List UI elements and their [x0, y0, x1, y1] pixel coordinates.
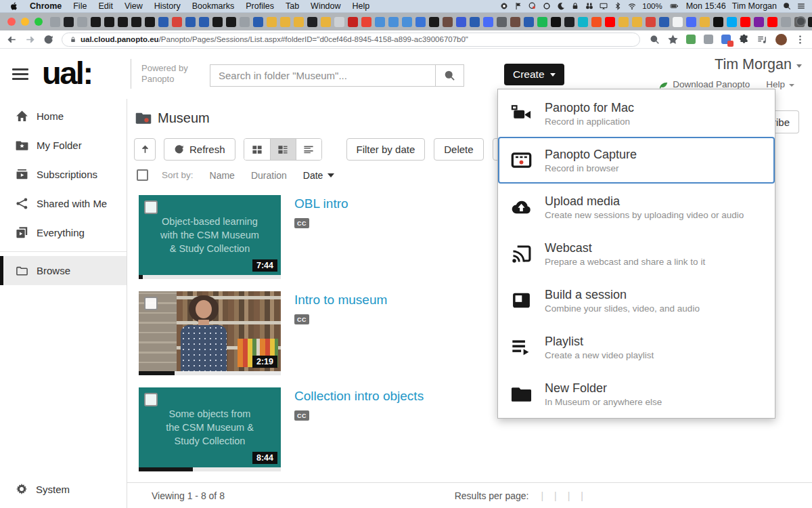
list-view-button[interactable] [270, 139, 296, 160]
tab-favicon[interactable] [740, 17, 750, 27]
grid-view-button[interactable] [244, 139, 270, 160]
create-menu-item-upload-media[interactable]: Upload media Create new sessions by uplo… [498, 184, 775, 230]
results-option-250[interactable] [575, 490, 589, 501]
queue-music-icon[interactable] [757, 35, 767, 45]
video-checkbox[interactable] [144, 393, 158, 406]
extension-icon[interactable] [704, 35, 713, 44]
tab-favicon[interactable] [375, 17, 385, 27]
chrome-avatar[interactable] [775, 34, 787, 45]
tab-favicon[interactable] [280, 17, 290, 27]
tab-favicon[interactable] [64, 17, 74, 27]
create-menu-item-panopto-capture[interactable]: Panopto Capture Record in browser [498, 137, 775, 184]
binoculars-icon[interactable] [585, 2, 593, 10]
browser-profile-icon[interactable] [796, 16, 806, 26]
results-option-25[interactable] [535, 490, 549, 501]
notification-center-icon[interactable] [797, 2, 805, 10]
video-thumbnail[interactable]: Object-based learning with the CSM Museu… [139, 195, 281, 279]
tab-favicon[interactable] [212, 17, 223, 27]
filter-by-date-button[interactable]: Filter by date [346, 138, 426, 161]
select-all-checkbox[interactable] [137, 169, 148, 181]
menubar-clock[interactable]: Mon 15:46 [686, 1, 726, 11]
tab-favicon[interactable] [713, 17, 723, 27]
tab-favicon[interactable] [91, 17, 101, 27]
video-thumbnail[interactable]: Some objects from the CSM Museum & Study… [139, 387, 281, 471]
menubar-item-history[interactable]: History [154, 1, 181, 11]
tab-favicon[interactable] [199, 17, 209, 27]
sort-option-duration[interactable]: Duration [251, 170, 287, 181]
up-folder-button[interactable] [134, 138, 156, 161]
tab-favicon[interactable] [754, 17, 764, 27]
tab-favicon[interactable] [226, 17, 236, 27]
minimize-window-button[interactable] [21, 18, 29, 26]
bookmark-star-icon[interactable] [668, 35, 678, 45]
tab-favicon[interactable] [104, 17, 114, 27]
tab-favicon[interactable] [361, 17, 371, 27]
create-menu-item-playlist[interactable]: Playlist Create a new video playlist [498, 324, 775, 371]
zoom-window-button[interactable] [35, 18, 43, 26]
tab-favicon[interactable] [307, 17, 317, 27]
menubar-item-window[interactable]: Window [311, 1, 340, 11]
tab-favicon[interactable] [402, 17, 412, 27]
search-button[interactable] [435, 65, 464, 86]
tab-favicon[interactable] [808, 17, 812, 27]
tab-favicon[interactable] [551, 17, 561, 27]
tab-favicon[interactable] [564, 17, 574, 27]
tab-favicon[interactable] [781, 17, 791, 27]
flag-icon[interactable] [514, 2, 522, 10]
results-option-50[interactable] [549, 490, 562, 501]
address-bar[interactable]: ual.cloud.panopto.eu/Panopto/Pages/Sessi… [62, 33, 640, 47]
tab-favicon[interactable] [700, 17, 710, 27]
video-title-link[interactable]: OBL intro [294, 196, 348, 211]
delete-button[interactable]: Delete [434, 138, 483, 161]
sidebar-item-everything[interactable]: Everything [0, 218, 127, 247]
extensions-puzzle-icon[interactable] [739, 35, 749, 45]
tab-favicon[interactable] [659, 17, 669, 27]
zoom-search-icon[interactable] [650, 35, 660, 45]
sidebar-item-subscriptions[interactable]: Subscriptions [0, 160, 127, 189]
menubar-user[interactable]: Tim Morgan [732, 1, 777, 11]
results-option-150[interactable] [562, 490, 576, 501]
tab-favicon[interactable] [185, 17, 196, 27]
display-icon[interactable] [600, 2, 608, 10]
tab-favicon[interactable] [646, 17, 656, 27]
create-button[interactable]: Create [504, 64, 564, 85]
tab-favicon[interactable] [145, 17, 155, 27]
user-menu[interactable]: Tim Morgan [715, 56, 802, 73]
menubar-item-edit[interactable]: Edit [98, 1, 113, 11]
sort-option-name[interactable]: Name [210, 170, 235, 181]
tab-favicon[interactable] [118, 17, 128, 27]
lock-icon[interactable] [571, 2, 579, 10]
tab-favicon[interactable] [497, 17, 507, 27]
video-checkbox[interactable] [144, 200, 158, 214]
bluetooth-icon[interactable] [614, 2, 622, 10]
tab-favicon[interactable] [767, 17, 777, 27]
tab-favicon[interactable] [632, 17, 642, 27]
chrome-menu-icon[interactable] [795, 35, 805, 45]
spotlight-search-icon[interactable] [783, 2, 791, 10]
extension-icon[interactable] [686, 35, 696, 44]
download-panopto-link[interactable]: Download Panopto [673, 79, 750, 89]
tab-favicon[interactable] [415, 17, 426, 27]
menubar-item-help[interactable]: Help [353, 1, 370, 11]
create-menu-item-panopto-for-mac[interactable]: Panopto for Mac Record in application [498, 90, 775, 137]
video-title-link[interactable]: Intro to museum [294, 293, 387, 308]
apple-icon[interactable] [10, 1, 18, 11]
detail-view-button[interactable] [296, 139, 321, 160]
search-input[interactable] [210, 65, 435, 86]
tab-favicon[interactable] [727, 17, 737, 27]
tab-favicon[interactable] [510, 17, 520, 27]
create-menu-item-new-folder[interactable]: New Folder In Museum or anywhere else [498, 371, 775, 417]
create-menu-item-webcast[interactable]: Webcast Prepare a webcast and share a li… [498, 230, 775, 277]
close-window-button[interactable] [7, 18, 16, 26]
tab-favicon[interactable] [605, 17, 615, 27]
tab-favicon[interactable] [334, 17, 344, 27]
tab-favicon[interactable] [388, 17, 399, 27]
tab-favicon[interactable] [578, 17, 588, 27]
sidebar-item-system[interactable]: System [0, 477, 127, 501]
menubar-item-file[interactable]: File [73, 1, 87, 11]
sort-option-date[interactable]: Date [303, 170, 335, 181]
menubar-item-tab[interactable]: Tab [286, 1, 299, 11]
video-thumbnail[interactable]: 2:19 [139, 291, 281, 375]
video-checkbox[interactable] [144, 297, 158, 310]
sidebar-item-browse[interactable]: Browse [0, 256, 127, 285]
